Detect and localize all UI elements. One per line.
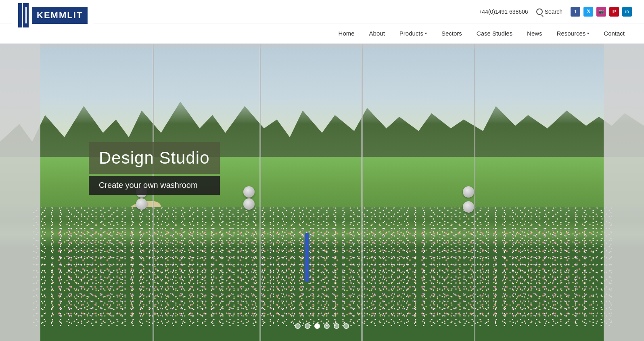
logo-area[interactable]: KEMMLIT (12, 1, 94, 29)
handle-2b (243, 198, 255, 210)
search-label: Search (545, 8, 562, 15)
slide-title: Design Studio (99, 148, 210, 168)
carousel-dots (295, 323, 349, 329)
carousel-dot-1[interactable] (295, 323, 301, 329)
nav-link-case-studies[interactable]: Case Studies (469, 23, 520, 43)
slide-title-box: Design Studio (89, 142, 220, 174)
handle-2 (243, 186, 255, 198)
search-icon (536, 8, 543, 15)
twitter-icon[interactable]: 𝕏 (583, 7, 593, 17)
instagram-icon[interactable]: 📷 (596, 7, 606, 17)
top-bar: +44(0)1491 638606 Search f 𝕏 📷 P in (0, 0, 644, 23)
carousel-dot-4[interactable] (324, 323, 330, 329)
carousel-dot-5[interactable] (334, 323, 339, 329)
slide-content: Design Studio Create your own washroom (89, 142, 220, 195)
phone-number: +44(0)1491 638606 (479, 8, 528, 15)
side-panel-left (0, 44, 40, 341)
pinterest-icon[interactable]: P (609, 7, 619, 17)
facebook-icon[interactable]: f (571, 7, 580, 17)
linkedin-icon[interactable]: in (622, 7, 632, 17)
hero-section: Design Studio Create your own washroom (0, 44, 644, 341)
logo-graphic (18, 3, 29, 27)
logo-container: KEMMLIT (12, 1, 94, 29)
panel-divider-4 (474, 44, 475, 341)
slide-subtitle-box[interactable]: Create your own washroom (89, 176, 220, 195)
nav-link-contact[interactable]: Contact (596, 23, 632, 43)
panel-divider-2 (260, 44, 261, 341)
nav-link-sectors[interactable]: Sectors (434, 23, 469, 43)
nav-link-news[interactable]: News (520, 23, 550, 43)
nav-link-products[interactable]: Products ▾ (392, 23, 434, 43)
nav-bar: KEMMLIT Home About Products ▾ Sectors Ca… (0, 23, 644, 44)
carousel-dot-3[interactable] (314, 323, 320, 329)
side-panel-right (604, 44, 644, 341)
resources-dropdown-arrow: ▾ (587, 31, 589, 36)
blue-post (305, 233, 309, 282)
panel-top-strip (40, 44, 604, 48)
carousel-dot-6[interactable] (343, 323, 349, 329)
slide-subtitle: Create your own washroom (99, 181, 210, 190)
handle-3b (463, 201, 474, 213)
nav-link-about[interactable]: About (362, 23, 392, 43)
search-button[interactable]: Search (536, 8, 562, 15)
products-dropdown-arrow: ▾ (425, 31, 427, 36)
social-icons: f 𝕏 📷 P in (571, 7, 632, 17)
nav-link-home[interactable]: Home (331, 23, 362, 43)
panel-divider-3 (362, 44, 363, 341)
nav-links: Home About Products ▾ Sectors Case Studi… (331, 23, 632, 43)
carousel-dot-2[interactable] (305, 323, 310, 329)
logo-text: KEMMLIT (32, 7, 88, 24)
nav-link-resources[interactable]: Resources ▾ (550, 23, 597, 43)
handle-3 (463, 186, 474, 198)
handle-1b (136, 198, 147, 210)
